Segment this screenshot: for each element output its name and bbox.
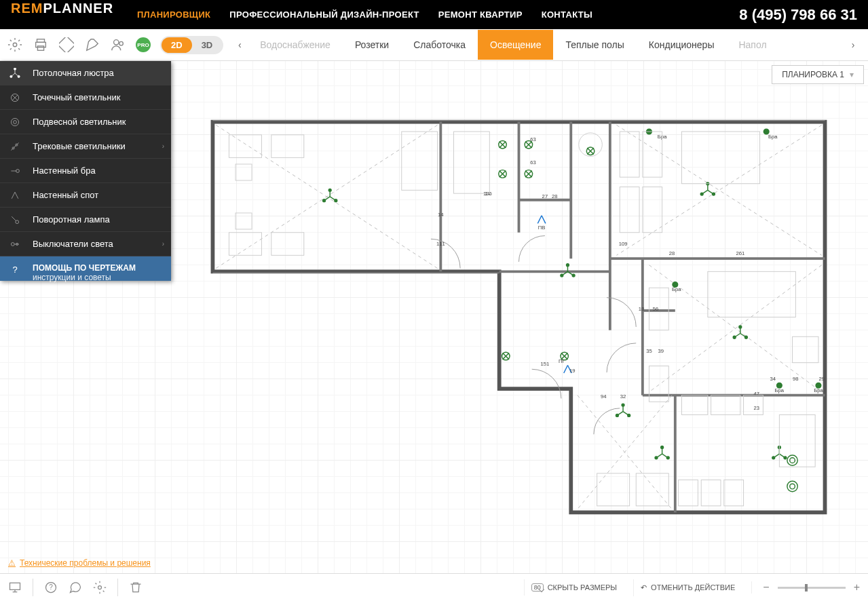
svg-point-67: [622, 404, 624, 406]
svg-rect-138: [229, 135, 261, 158]
swivel-icon: [7, 214, 23, 225]
svg-point-97: [790, 458, 795, 463]
chevron-right-icon: ›: [162, 240, 164, 248]
fixture-sidebar: Потолочная люстра Точечный светильник По…: [0, 61, 171, 281]
sidebar-item-spot[interactable]: Точечный светильник: [0, 85, 171, 110]
svg-text:Бра: Бра: [814, 387, 823, 393]
view-toggle: 2D 3D: [160, 36, 223, 54]
sidebar-item-switches[interactable]: Выключатели света ›: [0, 232, 171, 256]
monitor-icon[interactable]: [5, 578, 24, 597]
logo[interactable]: REM PLANNER — СТУДИЯ ДИЗАЙНА —: [11, 1, 137, 28]
print-icon[interactable]: [33, 37, 49, 53]
tab-sockets[interactable]: Розетки: [343, 30, 401, 60]
svg-line-102: [564, 366, 568, 374]
svg-rect-155: [711, 395, 740, 415]
svg-rect-162: [701, 480, 721, 505]
sidebar-item-track[interactable]: Трековые светильники ›: [0, 134, 171, 159]
svg-point-174: [11, 118, 18, 125]
svg-line-176: [11, 142, 18, 150]
svg-text:28: 28: [552, 193, 558, 199]
svg-text:63: 63: [530, 136, 536, 142]
svg-point-33: [335, 199, 337, 202]
svg-text:18: 18: [639, 306, 645, 312]
nav-repair[interactable]: РЕМОНТ КВАРТИР: [438, 9, 523, 20]
undo-button[interactable]: ↶ ОТМЕНИТЬ ДЕЙСТВИЕ: [633, 579, 742, 596]
zoom-in-button[interactable]: +: [851, 581, 863, 594]
sidebar-item-pendant[interactable]: Подвесной светильник: [0, 110, 171, 134]
svg-text:151: 151: [540, 361, 549, 367]
sidebar-item-swivel[interactable]: Поворотная лампа: [0, 208, 171, 232]
svg-text:94: 94: [601, 393, 607, 400]
trash-icon[interactable]: [126, 578, 145, 597]
size-badge: 80: [531, 583, 544, 592]
tech-issues-link[interactable]: ⚠ Технические проблемы и решения: [8, 558, 151, 568]
sidebar-label: Настенный спот: [33, 190, 98, 200]
logo-rem: REM: [11, 1, 43, 16]
users-icon[interactable]: [110, 37, 126, 53]
app-header: REM PLANNER — СТУДИЯ ДИЗАЙНА — ПЛАНИРОВЩ…: [0, 0, 868, 29]
tabs-next-icon[interactable]: ›: [845, 39, 861, 50]
tools-icon[interactable]: [84, 37, 100, 53]
toolbar-icons: PRO: [7, 37, 151, 53]
sidebar-item-wallspot[interactable]: Настенный спот: [0, 183, 171, 208]
pro-badge[interactable]: PRO: [136, 37, 151, 52]
sidebar-item-bra[interactable]: Настенный бра: [0, 159, 171, 183]
chat-icon[interactable]: [66, 578, 85, 597]
warning-icon: ⚠: [8, 558, 16, 568]
view-2d[interactable]: 2D: [162, 37, 192, 53]
tab-water[interactable]: Водоснабжение: [248, 30, 343, 60]
svg-point-49: [739, 326, 742, 328]
plan-selector[interactable]: ПЛАНИРОВКА 1: [772, 65, 864, 84]
tab-lowcurrent[interactable]: Слаботочка: [401, 30, 478, 60]
ruler-icon[interactable]: [58, 37, 75, 53]
zoom-out-button[interactable]: −: [760, 581, 772, 594]
svg-point-39: [713, 193, 715, 195]
sidebar-label: Трековые светильники: [33, 141, 126, 151]
sidebar-label: Поворотная лампа: [33, 214, 110, 225]
nav-contacts[interactable]: КОНТАКТЫ: [542, 9, 592, 20]
svg-text:109: 109: [619, 241, 628, 247]
sidebar-item-chandelier[interactable]: Потолочная люстра: [0, 61, 171, 85]
svg-text:ПГ: ПГ: [559, 358, 565, 364]
svg-rect-146: [620, 132, 639, 177]
svg-point-175: [14, 120, 17, 123]
nav-design[interactable]: ПРОФЕССИОНАЛЬНЫЙ ДИЗАЙН-ПРОЕКТ: [229, 9, 419, 20]
header-phone: 8 (495) 798 66 31: [739, 6, 857, 24]
floor-plan[interactable]: 125 233 75 14 Бра Бра Бра Бра Бра ПВ ПГ …: [189, 115, 849, 519]
svg-text:35: 35: [646, 348, 652, 354]
tab-floor[interactable]: Напол: [726, 30, 778, 60]
undo-label: ОТМЕНИТЬ ДЕЙСТВИЕ: [651, 583, 735, 592]
tabs-prev-icon[interactable]: ‹: [231, 39, 248, 50]
gear-small-icon[interactable]: [90, 578, 109, 597]
svg-text:75: 75: [776, 115, 782, 117]
view-3d[interactable]: 3D: [192, 37, 223, 53]
sidebar-label: Потолочная люстра: [33, 68, 114, 78]
svg-text:29: 29: [818, 376, 825, 382]
nav-planner[interactable]: ПЛАНИРОВЩИК: [137, 9, 210, 20]
tab-ac[interactable]: Кондиционеры: [637, 30, 727, 60]
svg-point-6: [119, 41, 124, 45]
sidebar-help[interactable]: ? ПОМОЩЬ ПО ЧЕРТЕЖАМ инструкции и советы: [0, 256, 171, 281]
svg-point-57: [666, 457, 669, 459]
svg-point-96: [787, 455, 797, 465]
svg-text:34: 34: [770, 376, 776, 382]
gear-icon[interactable]: [7, 37, 23, 53]
zoom-slider[interactable]: [778, 587, 846, 589]
help-circle-icon[interactable]: ?: [41, 578, 60, 597]
svg-point-50: [733, 336, 736, 338]
svg-point-0: [13, 43, 17, 47]
svg-point-55: [661, 446, 664, 449]
sidebar-label: Настенный бра: [33, 166, 96, 176]
tab-lighting[interactable]: Освещение: [478, 30, 553, 60]
svg-rect-140: [235, 164, 252, 180]
tab-heating[interactable]: Теплые полы: [553, 30, 636, 60]
svg-point-168: [14, 68, 16, 70]
main-nav: ПЛАНИРОВЩИК ПРОФЕССИОНАЛЬНЫЙ ДИЗАЙН-ПРОЕ…: [137, 9, 739, 20]
svg-rect-143: [235, 213, 252, 229]
bra-icon: [7, 166, 23, 176]
hide-sizes-button[interactable]: 80 СКРЫТЬ РАЗМЕРЫ: [524, 579, 624, 596]
logo-planner: PLANNER: [43, 1, 113, 16]
switch-icon: [7, 239, 23, 250]
svg-text:28: 28: [669, 250, 675, 256]
svg-point-31: [328, 189, 331, 191]
